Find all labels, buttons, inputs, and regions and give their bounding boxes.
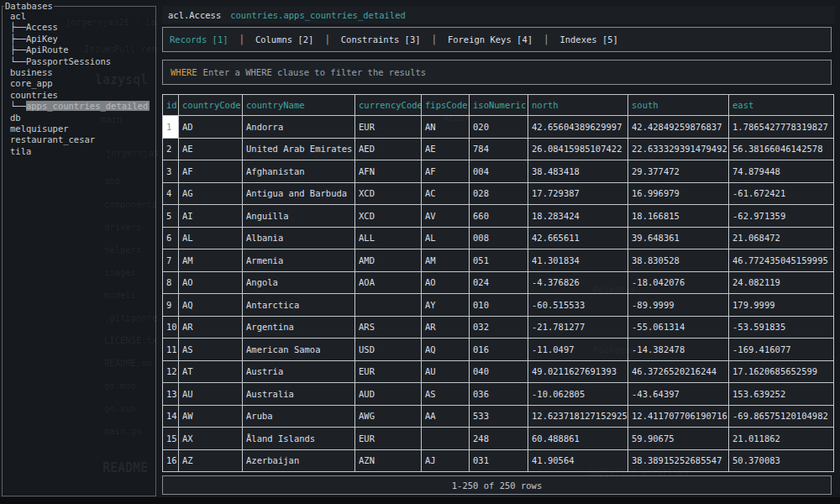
table-cell[interactable]: AR xyxy=(422,316,470,339)
table-cell[interactable]: AS xyxy=(179,339,243,361)
table-cell[interactable]: 46.3726520216244 xyxy=(628,360,729,383)
row-index-cell[interactable]: 16 xyxy=(163,449,179,472)
row-index-cell[interactable]: 9 xyxy=(163,294,179,317)
table-cell[interactable]: 153.639252 xyxy=(729,383,834,406)
sidebar-item-access[interactable]: ├──Access xyxy=(3,22,155,33)
table-cell[interactable]: ALL xyxy=(355,227,422,249)
table-cell[interactable]: 004 xyxy=(470,160,528,183)
sidebar-item-business[interactable]: business xyxy=(3,67,155,78)
table-cell[interactable]: AT xyxy=(179,360,243,383)
table-cell[interactable]: 016 xyxy=(470,339,528,361)
sidebar-item-tila[interactable]: tila xyxy=(3,146,155,157)
table-cell[interactable]: AN xyxy=(422,116,470,139)
table-cell[interactable]: 12.623718127152925 xyxy=(528,405,628,428)
sidebar-item-apiroute[interactable]: ├──ApiRoute xyxy=(3,45,155,55)
table-cell[interactable]: Antigua and Barbuda xyxy=(243,182,355,205)
table-cell[interactable]: Angola xyxy=(243,271,355,294)
row-index-cell[interactable]: 15 xyxy=(163,428,179,450)
table-cell[interactable]: AD xyxy=(179,116,243,139)
table-cell[interactable]: 50.370083 xyxy=(729,449,834,472)
table-cell[interactable]: 784 xyxy=(470,138,528,160)
table-cell[interactable]: Argentina xyxy=(243,316,355,339)
table-cell[interactable]: AFN xyxy=(355,160,422,183)
table-cell[interactable]: 16.996979 xyxy=(628,182,729,205)
table-cell[interactable]: 533 xyxy=(470,405,528,428)
table-cell[interactable]: 49.0211627691393 xyxy=(528,360,628,383)
table-cell[interactable]: -62.971359 xyxy=(729,205,834,228)
row-index-cell[interactable]: 4 xyxy=(163,182,179,205)
table-cell[interactable]: AR xyxy=(179,316,243,339)
table-cell[interactable]: 38.483418 xyxy=(528,160,628,183)
sidebar-item-apps-countries-detailed[interactable]: └──apps_countries_detailed xyxy=(3,101,155,112)
table-cell[interactable]: Austria xyxy=(243,360,355,383)
table-cell[interactable]: Andorra xyxy=(243,116,355,139)
table-cell[interactable]: Antarctica xyxy=(243,294,355,317)
table-cell[interactable]: 59.90675 xyxy=(628,428,729,450)
table-cell[interactable]: -60.515533 xyxy=(528,294,628,317)
row-index-cell[interactable]: 10 xyxy=(163,316,179,339)
table-cell[interactable]: XCD xyxy=(355,205,422,228)
table-cell[interactable]: AI xyxy=(179,205,243,228)
table-cell[interactable]: Armenia xyxy=(243,249,355,272)
tab-countries-apps-countries-detailed[interactable]: countries.apps_countries_detailed xyxy=(230,10,406,20)
table-cell[interactable]: AMD xyxy=(355,249,422,272)
table-cell[interactable]: 17.729387 xyxy=(528,182,628,205)
row-index-cell[interactable]: 6 xyxy=(163,227,179,249)
table-cell[interactable]: 040 xyxy=(470,360,528,383)
table-cell[interactable]: 028 xyxy=(470,182,528,205)
table-cell[interactable]: AL xyxy=(179,227,243,249)
table-cell[interactable]: 24.082119 xyxy=(729,271,834,294)
table-cell[interactable]: -43.64397 xyxy=(628,383,729,406)
table-cell[interactable]: AZ xyxy=(179,449,243,472)
table-cell[interactable]: AY xyxy=(422,294,470,317)
table-cell[interactable]: -18.042076 xyxy=(628,271,729,294)
table-cell[interactable]: AE xyxy=(179,138,243,160)
table-cell[interactable]: Anguilla xyxy=(243,205,355,228)
table-cell[interactable]: Åland Islands xyxy=(243,428,355,450)
view-tab-columns[interactable]: Columns [2] xyxy=(255,34,314,45)
table-cell[interactable]: 036 xyxy=(470,383,528,406)
table-cell[interactable]: AE xyxy=(422,138,470,160)
table-cell[interactable]: Azerbaijan xyxy=(243,449,355,472)
table-cell[interactable]: Afghanistan xyxy=(243,160,355,183)
table-cell[interactable]: 248 xyxy=(470,428,528,450)
row-index-cell[interactable]: 8 xyxy=(163,271,179,294)
table-cell[interactable]: AA xyxy=(422,405,470,428)
row-index-cell[interactable]: 3 xyxy=(163,160,179,183)
row-index-cell[interactable]: 1 xyxy=(163,116,179,139)
table-cell[interactable]: American Samoa xyxy=(243,339,355,361)
table-cell[interactable]: 032 xyxy=(470,316,528,339)
table-cell[interactable]: AUD xyxy=(355,383,422,406)
tab-acl-access[interactable]: acl.Access xyxy=(168,10,221,20)
table-cell[interactable]: 38.38915252685547 xyxy=(628,449,729,472)
row-index-cell[interactable]: 2 xyxy=(163,138,179,160)
table-cell[interactable]: Aruba xyxy=(243,405,355,428)
table-cell[interactable]: 60.488861 xyxy=(528,428,628,450)
table-cell[interactable]: -55.061314 xyxy=(628,316,729,339)
table-cell[interactable]: EUR xyxy=(355,360,422,383)
table-cell[interactable]: ARS xyxy=(355,316,422,339)
row-index-cell[interactable]: 13 xyxy=(163,383,179,406)
table-cell[interactable]: 008 xyxy=(470,227,528,249)
table-cell[interactable]: -10.062805 xyxy=(528,383,628,406)
table-cell[interactable]: 21.011862 xyxy=(729,428,834,450)
table-cell[interactable]: -4.376826 xyxy=(528,271,628,294)
table-cell[interactable]: AJ xyxy=(422,449,470,472)
view-tab-records[interactable]: Records [1] xyxy=(170,34,228,45)
sidebar-item-passportsessions[interactable]: └──PassportSessions xyxy=(3,56,155,67)
table-cell[interactable]: AW xyxy=(179,405,243,428)
table-cell[interactable] xyxy=(355,294,422,317)
table-cell[interactable]: Albania xyxy=(243,227,355,249)
table-cell[interactable]: AU xyxy=(422,360,470,383)
sidebar-item-countries[interactable]: countries xyxy=(3,90,155,101)
table-cell[interactable]: AO xyxy=(179,271,243,294)
table-cell[interactable]: -61.672421 xyxy=(729,182,834,205)
sidebar-item-db[interactable]: db xyxy=(3,113,155,123)
row-index-cell[interactable]: 5 xyxy=(163,205,179,228)
table-cell[interactable]: 031 xyxy=(470,449,528,472)
table-cell[interactable]: AM xyxy=(422,249,470,272)
table-cell[interactable]: 56.38166046142578 xyxy=(729,138,834,160)
table-cell[interactable]: USD xyxy=(355,339,422,361)
sidebar-item-acl[interactable]: acl xyxy=(3,11,155,22)
table-cell[interactable]: XCD xyxy=(355,182,422,205)
